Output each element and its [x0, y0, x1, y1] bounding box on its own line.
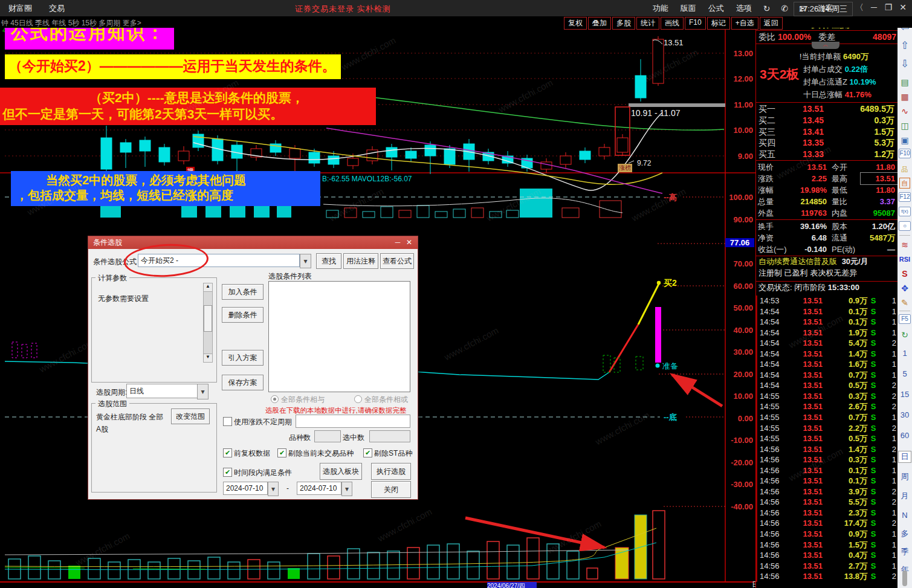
toolbar-button[interactable]: 统计 [636, 17, 659, 30]
toolbar-button[interactable]: 多股 [612, 17, 635, 30]
wave-icon[interactable]: ≋ [897, 239, 912, 251]
menu-formula[interactable]: 公式 [702, 0, 730, 17]
menu-function[interactable]: 功能 [647, 0, 674, 17]
toolbar-button[interactable]: 画线 [661, 17, 684, 30]
period-combobox[interactable]: 日线 [126, 384, 207, 398]
f5-icon[interactable]: F5 [899, 314, 911, 324]
updown-input[interactable] [296, 415, 410, 428]
period-tabs-text[interactable]: 钟 45日线 季线 年线 5秒 15秒 多周期 更多> [1, 18, 141, 28]
candlestick-icon[interactable]: ◫ [897, 120, 912, 132]
tick-list[interactable]: 14:5313.510.9万S1 14:5413.510.1万S1 14:541… [756, 296, 897, 582]
formula-combo-arrow-icon[interactable]: ▾ [300, 254, 311, 268]
period-60min[interactable]: 60 [897, 430, 912, 441]
line-chart-icon[interactable]: ∿ [897, 105, 912, 117]
date-to-combobox[interactable]: 2024-07-10 [297, 482, 341, 495]
date-to-arrow-icon[interactable]: ▾ [341, 482, 352, 496]
delete-condition-button[interactable]: 删除条件 [222, 307, 264, 323]
report-icon[interactable]: ▤ [897, 76, 912, 88]
toolbar-button[interactable]: 复权 [564, 17, 587, 30]
import-plan-button[interactable]: 引入方案 [222, 350, 264, 366]
find-button[interactable]: 查找 [316, 253, 341, 269]
close-button[interactable]: ✕ [896, 2, 910, 12]
period-multi[interactable]: 多 [897, 528, 912, 539]
scroll-up-icon[interactable]: ▲ [204, 283, 212, 292]
f10-icon[interactable]: F10 [899, 149, 911, 158]
minimize-button[interactable]: ─ [867, 2, 881, 12]
updown-checkbox[interactable] [223, 417, 232, 426]
refresh-icon[interactable]: ↻ [758, 1, 776, 16]
up-arrow-icon[interactable]: ⇧ [897, 40, 912, 52]
indicator-axis-tick: 10.00 [726, 392, 753, 401]
stat-value: 6490万 [843, 52, 868, 61]
zixuan-icon[interactable]: 自 [899, 178, 910, 189]
strip-refresh-icon[interactable]: ↻ [897, 329, 912, 341]
nav-back-button[interactable]: 〈 [853, 2, 866, 13]
period-month[interactable]: 月 [897, 491, 912, 502]
circle-icon[interactable]: ○ [899, 221, 911, 231]
collapse-handle[interactable]: ︿ [812, 42, 839, 49]
params-scrollbar[interactable]: ▲ ▼ [203, 283, 213, 363]
table-icon[interactable]: ▦ [897, 91, 912, 103]
tick-row: 14:5613.513.9万S2 [757, 486, 897, 497]
close-dialog-button[interactable]: 关闭 [371, 481, 411, 498]
period-5min[interactable]: 5 [897, 369, 912, 380]
period-week[interactable]: 周 [897, 471, 912, 482]
phone-icon[interactable]: ✆ [776, 1, 794, 16]
period-15min[interactable]: 15 [897, 389, 912, 400]
toolbar-button[interactable]: 返回 [760, 17, 783, 30]
period-day[interactable]: 日 [898, 451, 911, 463]
ad-row[interactable]: 自动续费通达信普及版 30元/月 [758, 256, 896, 267]
count-input[interactable] [314, 430, 341, 442]
date-from-combobox[interactable]: 2024-07-10 [223, 482, 268, 495]
move-icon[interactable]: ✥ [897, 282, 912, 294]
exclude-checkbox[interactable]: ✔ [277, 448, 286, 457]
period-combo-arrow-icon[interactable]: ▾ [197, 384, 209, 399]
pencil-icon[interactable]: ✎ [897, 297, 912, 309]
dialog-title-bar[interactable]: 条件选股 [88, 236, 418, 249]
money-icon[interactable]: S [897, 268, 912, 280]
execute-pick-button[interactable]: 执行选股 [371, 463, 411, 480]
down-arrow-icon[interactable]: ⇩ [897, 58, 912, 70]
scroll-thumb[interactable] [204, 305, 212, 332]
period-n[interactable]: N [897, 510, 912, 521]
toolbar-button[interactable]: 标记 [707, 17, 730, 30]
condition-listbox[interactable] [268, 281, 410, 392]
radio-all-or[interactable] [354, 395, 362, 403]
usage-note-button[interactable]: 用法注释 [343, 253, 378, 269]
save-plan-button[interactable]: 保存方案 [222, 375, 264, 390]
toolbar-button[interactable]: 叠加 [588, 17, 611, 30]
rsi-icon[interactable]: RSI [897, 253, 912, 265]
formula-icon[interactable]: f(x) [899, 207, 911, 216]
st-checkbox[interactable]: ✔ [363, 448, 372, 457]
dialog-close-icon[interactable]: ✕ [405, 238, 413, 247]
toolbar-button[interactable]: +自选 [731, 17, 758, 30]
fq-checkbox[interactable]: ✔ [223, 448, 232, 457]
date-from-arrow-icon[interactable]: ▾ [268, 482, 279, 496]
pages-icon[interactable]: ▣ [897, 134, 912, 146]
pick-to-block-button[interactable]: 选股入板块 [320, 463, 362, 480]
scroll-down-icon[interactable]: ▼ [204, 354, 212, 362]
menu-trade[interactable]: 交易 [40, 0, 73, 17]
dialog-minimize-button[interactable]: ─ [393, 238, 402, 247]
change-range-button[interactable]: 改变范围 [171, 409, 210, 424]
f12-icon[interactable]: F12 [899, 192, 911, 202]
menu-caifuquan[interactable]: 财富圈 [0, 0, 40, 17]
view-formula-button[interactable]: 查看公式 [380, 253, 414, 269]
maximize-button[interactable]: ❐ [882, 2, 895, 12]
add-condition-button[interactable]: 加入条件 [222, 284, 264, 300]
selected-input[interactable] [369, 430, 410, 442]
menu-layout[interactable]: 版面 [674, 0, 702, 17]
radio-all-and[interactable] [271, 395, 279, 403]
period-30min[interactable]: 30 [897, 410, 912, 421]
quote-panel: R 301228 实朴检测 委比 100.00% 委差 48097 ︿ 3天2板… [755, 16, 898, 588]
period-1min[interactable]: 1 [897, 348, 912, 359]
strip-scrollbar-thumb[interactable] [902, 570, 907, 586]
stat-label: 当前封单额 [801, 52, 841, 61]
toolbar-button[interactable]: F10 [685, 17, 706, 30]
tree-icon[interactable]: 品 [897, 163, 912, 175]
timerange-checkbox[interactable]: ✔ [223, 468, 232, 477]
bid-row: 买四13.355.3万 [756, 137, 897, 149]
menu-options[interactable]: 选项 [730, 0, 758, 17]
period-quarter[interactable]: 季 [897, 546, 912, 557]
tick-row: 14:5613.510.3万S1 [757, 454, 897, 465]
